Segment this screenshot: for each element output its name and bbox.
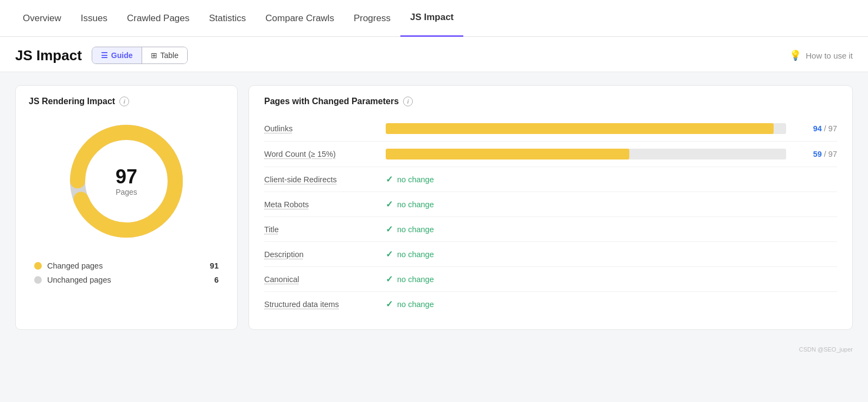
param-row-outlinks: Outlinks 94 / 97 [264, 116, 837, 142]
no-change-canonical: ✓ no change [386, 274, 434, 284]
bar-track-outlinks [386, 123, 786, 134]
lightbulb-icon: 💡 [789, 49, 801, 61]
unchanged-dot [34, 276, 42, 284]
no-change-description: ✓ no change [386, 249, 434, 259]
params-table: Outlinks 94 / 97 Word Count (≥ 15%) [264, 116, 837, 316]
page-title: JS Impact [15, 47, 82, 64]
nav-js-impact[interactable]: JS Impact [400, 0, 463, 37]
unchanged-label: Unchanged pages [47, 276, 202, 284]
left-card-title: JS Rendering Impact i [29, 97, 224, 106]
right-info-icon[interactable]: i [403, 97, 413, 106]
no-change-text: no change [397, 225, 434, 234]
no-change-title: ✓ no change [386, 224, 434, 234]
param-name-meta-robots[interactable]: Meta Robots [264, 200, 373, 209]
param-row-structured-data: Structured data items ✓ no change [264, 292, 837, 316]
param-name-client-redirects[interactable]: Client-side Redirects [264, 175, 373, 184]
check-icon: ✓ [386, 174, 393, 184]
no-change-client-redirects: ✓ no change [386, 174, 434, 184]
param-row-title: Title ✓ no change [264, 217, 837, 242]
unchanged-count: 6 [208, 276, 219, 284]
no-change-text: no change [397, 250, 434, 259]
param-name-description[interactable]: Description [264, 250, 373, 259]
check-icon: ✓ [386, 274, 393, 284]
bar-track-word-count [386, 149, 786, 159]
param-row-word-count: Word Count (≥ 15%) 59 / 97 [264, 142, 837, 167]
changed-dot [34, 262, 42, 270]
no-change-structured-data: ✓ no change [386, 299, 434, 309]
param-row-description: Description ✓ no change [264, 242, 837, 267]
nav-compare-crawls[interactable]: Compare Crawls [256, 0, 344, 37]
param-row-canonical: Canonical ✓ no change [264, 267, 837, 292]
nav-overview[interactable]: Overview [13, 0, 71, 37]
param-name-outlinks[interactable]: Outlinks [264, 124, 373, 133]
table-button[interactable]: ⊞ Table [142, 47, 187, 63]
donut-center: 97 Pages [116, 166, 137, 196]
no-change-text: no change [397, 175, 434, 184]
page-header: JS Impact ☰ Guide ⊞ Table 💡 How to use i… [0, 37, 868, 72]
changed-label: Changed pages [47, 261, 202, 270]
nav-progress[interactable]: Progress [344, 0, 400, 37]
header-left: JS Impact ☰ Guide ⊞ Table [15, 47, 188, 64]
check-icon: ✓ [386, 249, 393, 259]
top-navigation: Overview Issues Crawled Pages Statistics… [0, 0, 868, 37]
chart-legend: Changed pages 91 Unchanged pages 6 [29, 261, 224, 284]
main-content: JS Rendering Impact i 97 Pages Changed p… [0, 72, 868, 343]
no-change-text: no change [397, 275, 434, 284]
watermark: CSDN @SEO_juper [0, 343, 868, 358]
param-value-outlinks: 94 / 97 [794, 124, 837, 133]
no-change-meta-robots: ✓ no change [386, 199, 434, 209]
check-icon: ✓ [386, 299, 393, 309]
table-icon: ⊞ [151, 51, 157, 60]
right-card-title: Pages with Changed Parameters i [264, 97, 837, 106]
nav-issues[interactable]: Issues [71, 0, 117, 37]
nav-statistics[interactable]: Statistics [199, 0, 256, 37]
check-icon: ✓ [386, 224, 393, 234]
changed-count: 91 [208, 261, 219, 270]
param-value-word-count: 59 / 97 [794, 150, 837, 158]
pages-changed-params-card: Pages with Changed Parameters i Outlinks… [248, 85, 853, 330]
param-bar-outlinks: 94 / 97 [386, 123, 837, 134]
no-change-text: no change [397, 300, 434, 309]
bar-fill-word-count [386, 149, 629, 159]
param-name-word-count[interactable]: Word Count (≥ 15%) [264, 150, 373, 158]
no-change-text: no change [397, 200, 434, 209]
legend-changed: Changed pages 91 [34, 261, 219, 270]
how-to-use-button[interactable]: 💡 How to use it [789, 49, 853, 61]
guide-button[interactable]: ☰ Guide [92, 47, 142, 63]
param-name-title[interactable]: Title [264, 225, 373, 234]
param-name-canonical[interactable]: Canonical [264, 275, 373, 284]
check-icon: ✓ [386, 199, 393, 209]
view-toggle: ☰ Guide ⊞ Table [92, 47, 188, 64]
param-name-structured-data[interactable]: Structured data items [264, 300, 373, 309]
bar-fill-outlinks [386, 123, 774, 134]
list-icon: ☰ [101, 51, 108, 60]
info-icon[interactable]: i [119, 97, 129, 106]
legend-unchanged: Unchanged pages 6 [34, 276, 219, 284]
param-row-client-redirects: Client-side Redirects ✓ no change [264, 167, 837, 192]
param-row-meta-robots: Meta Robots ✓ no change [264, 192, 837, 217]
nav-crawled-pages[interactable]: Crawled Pages [117, 0, 199, 37]
js-rendering-impact-card: JS Rendering Impact i 97 Pages Changed p… [15, 85, 238, 330]
param-bar-word-count: 59 / 97 [386, 149, 837, 159]
total-pages-number: 97 [116, 166, 137, 188]
donut-chart-container: 97 Pages [29, 116, 224, 246]
total-pages-label: Pages [116, 188, 137, 196]
